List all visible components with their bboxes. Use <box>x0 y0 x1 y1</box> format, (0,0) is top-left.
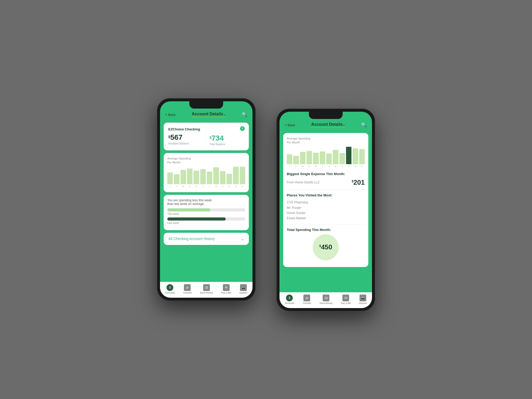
spending-chart-card: Average Spending Per Month JFMAMJJASOND <box>164 153 249 192</box>
bar2-J-0: J <box>287 147 292 168</box>
this-week-label: This week <box>167 212 245 215</box>
bar-J-6: J <box>207 167 212 188</box>
bar2-A-7: A <box>333 147 338 168</box>
bar2-M-2: M <box>300 147 305 168</box>
tab-deposit-label: Deposit <box>240 291 248 294</box>
balance-card: EZChoice Checking $567 Available Balance… <box>164 123 249 150</box>
last-week-label: Last week <box>167 222 245 224</box>
biggest-expense-title: Biggest Single Expense This Month: <box>287 172 365 176</box>
places-section: Places You Visited the Most: CVS Pharmac… <box>287 190 365 224</box>
accounts-icon: $ <box>167 284 173 291</box>
bar2-F-1: F <box>293 147 299 168</box>
nav-title: Account Details⌄ <box>192 112 225 117</box>
bar-O-9: O <box>227 167 232 188</box>
bar-S-8: S <box>220 167 225 188</box>
bar-M-4: M <box>194 167 199 188</box>
bar2-M-4: M <box>313 147 318 168</box>
tab-deposit-label-2: Deposit <box>359 302 367 304</box>
bar-A-3: A <box>187 167 192 188</box>
search-icon[interactable]: 🔍 <box>242 112 247 117</box>
bar2-A-3: A <box>307 147 312 168</box>
place-item: Mr. Purple <box>287 205 365 210</box>
send-money-icon: Z$ <box>203 284 210 291</box>
bar-A-7: A <box>213 167 219 188</box>
total-balance-amount: $734 Total Balance <box>210 134 244 146</box>
last-week-section: Last week <box>167 217 245 224</box>
spending-text: You are spending less this week than las… <box>167 198 245 206</box>
nav-bar-2: < Back Account Details⌄ 🔍 <box>280 121 372 130</box>
bar2-J-5: J <box>320 147 325 168</box>
main-content: EZChoice Checking $567 Available Balance… <box>160 120 252 282</box>
search-icon-2[interactable]: 🔍 <box>361 122 367 128</box>
bar-J-0: J <box>167 167 173 188</box>
total-spending-title: Total Spending This Month: <box>287 228 365 232</box>
bar2-J-6: J <box>326 147 332 168</box>
tab-bar-2: $ Accounts ⇄ Transfer Z$ Send Money ✉ Pa… <box>280 292 372 308</box>
bar2-S-8: S <box>340 147 345 168</box>
biggest-expense-section: Biggest Single Expense This Month: From … <box>287 169 365 190</box>
history-button[interactable]: All Checking Account History ⌄ <box>164 233 249 245</box>
nav-bar: < Back Account Details⌄ 🔍 <box>160 111 252 120</box>
back-button-2[interactable]: < Back <box>285 123 295 127</box>
total-spending-circle: $450 <box>313 234 339 260</box>
notch-2 <box>309 112 343 119</box>
tab-pay-bill[interactable]: ✉ Pay a Bill <box>221 284 231 294</box>
available-balance-label: Available Balance <box>168 142 203 145</box>
expense-amount: $201 <box>352 178 365 187</box>
transfer-icon: ⇄ <box>184 284 191 291</box>
places-list: CVS PharmacyMr. PurpleHome GoodsEssex Ma… <box>287 200 365 221</box>
place-item: CVS Pharmacy <box>287 200 365 205</box>
bar2-D-11: D <box>359 147 365 168</box>
total-spending-section: Total Spending This Month: $450 <box>287 224 365 263</box>
expense-from: From Home Goods LLC <box>287 181 320 184</box>
available-balance-section: EZChoice Checking $567 Available Balance <box>167 126 206 147</box>
bar2-N-10: N <box>353 147 358 168</box>
tab-transfer[interactable]: ⇄ Transfer <box>183 284 192 294</box>
tab-transfer-label: Transfer <box>183 291 192 294</box>
tab-accounts-2[interactable]: $ Accounts <box>285 295 294 304</box>
tab-deposit-2[interactable]: 📷 Deposit <box>359 295 367 304</box>
places-title: Places You Visited the Most: <box>287 193 365 198</box>
deposit-icon-2: 📷 <box>360 295 366 301</box>
phone-1: < Back Account Details⌄ 🔍 EZChoice Check… <box>157 98 256 301</box>
tab-transfer-2[interactable]: ⇄ Transfer <box>303 295 311 304</box>
last-week-bar <box>167 217 226 221</box>
tab-send-money-2[interactable]: Z$ Send Money <box>320 295 333 304</box>
this-week-section: This week <box>167 208 245 215</box>
history-button-label: All Checking Account History <box>168 237 215 241</box>
accounts-icon-2: $ <box>286 295 293 301</box>
tab-send-money-label: Send Money <box>200 291 213 294</box>
total-spending-amount: $450 <box>319 243 332 251</box>
total-balance-section: ? $734 Total Balance <box>206 126 245 147</box>
bar2-O-9: O <box>346 147 351 168</box>
bar-chart-2: JFMAMJJASOND <box>287 147 365 168</box>
bar-N-10: N <box>233 167 238 188</box>
tab-accounts[interactable]: $ Accounts <box>165 284 175 294</box>
back-button[interactable]: < Back <box>165 113 176 117</box>
chart-title-2: Average Spending Per Month <box>287 137 365 145</box>
main-content-2: Average Spending Per Month JFMAMJJASOND … <box>280 130 372 292</box>
chart-title: Average Spending Per Month <box>167 157 245 165</box>
account-name: EZChoice Checking <box>168 127 203 131</box>
bar-M-2: M <box>181 167 186 188</box>
tab-pay-bill-2[interactable]: ✉ Pay a Bill <box>341 295 351 304</box>
total-balance-label: Total Balance <box>210 143 244 146</box>
tab-send-money[interactable]: Z$ Send Money <box>200 284 213 294</box>
tab-pay-bill-label-2: Pay a Bill <box>341 302 351 304</box>
tab-pay-bill-label: Pay a Bill <box>221 291 231 294</box>
pay-bill-icon: ✉ <box>223 284 230 291</box>
tab-accounts-label: Accounts <box>165 291 175 294</box>
transfer-icon-2: ⇄ <box>303 295 310 301</box>
tab-bar: $ Accounts ⇄ Transfer Z$ Send Money ✉ Pa… <box>160 282 252 298</box>
bar-chart: JFMAMJJASOND <box>167 167 245 188</box>
notch <box>189 101 223 109</box>
available-balance-amount: $567 <box>168 133 203 142</box>
tab-send-money-label-2: Send Money <box>320 302 333 304</box>
tab-deposit[interactable]: 📷 Deposit <box>240 284 248 294</box>
tab-transfer-label-2: Transfer <box>303 302 311 304</box>
nav-title-2: Account Details⌄ <box>311 122 345 128</box>
help-icon[interactable]: ? <box>240 126 245 131</box>
bar-D-11: D <box>240 167 245 188</box>
spending-comparison-card: You are spending less this week than las… <box>164 195 249 230</box>
bar-J-5: J <box>200 167 206 188</box>
